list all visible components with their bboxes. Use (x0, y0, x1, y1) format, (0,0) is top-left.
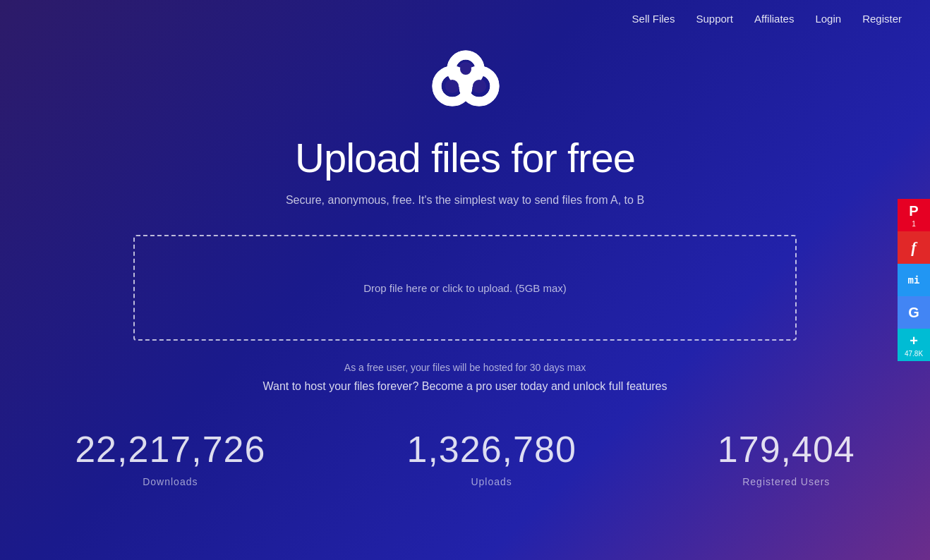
main-content: Upload files for free Secure, anonymous,… (0, 0, 930, 487)
nav-support[interactable]: Support (696, 13, 733, 25)
stats-section: 22,217,726 Downloads 1,326,780 Uploads 1… (75, 428, 855, 487)
page-subtitle: Secure, anonymous, free. It's the simple… (286, 194, 644, 207)
share-count: 47.8K (905, 350, 923, 358)
social-sidebar: P 1 f mi G + 47.8K (898, 199, 930, 361)
mightytext-icon: mi (908, 274, 920, 286)
stat-uploads: 1,326,780 Uploads (406, 428, 576, 487)
flipboard-button[interactable]: f (898, 231, 930, 264)
promo-text: Want to host your files forever? Become … (262, 380, 667, 393)
logo-svg (423, 42, 507, 120)
pinterest-icon: P (909, 203, 918, 219)
svg-point-11 (460, 63, 471, 75)
stat-downloads: 22,217,726 Downloads (75, 428, 265, 487)
upload-area-text: Drop file here or click to upload. (5GB … (363, 282, 567, 294)
flipboard-icon: f (911, 238, 916, 257)
downloads-number: 22,217,726 (75, 428, 265, 470)
registered-users-label: Registered Users (742, 476, 830, 487)
google-icon: G (908, 305, 919, 321)
stat-registered-users: 179,404 Registered Users (718, 428, 855, 487)
pinterest-count: 1 (912, 220, 916, 228)
upload-dropzone[interactable]: Drop file here or click to upload. (5GB … (133, 235, 797, 341)
downloads-label: Downloads (143, 476, 198, 487)
hosting-info-text: As a free user, your files will be hoste… (344, 362, 586, 373)
nav-register[interactable]: Register (862, 13, 902, 25)
uploads-number: 1,326,780 (406, 428, 576, 470)
nav-sell-files[interactable]: Sell Files (632, 13, 675, 25)
logo (423, 42, 507, 120)
share-plus-icon: + (910, 333, 918, 349)
nav-login[interactable]: Login (815, 13, 841, 25)
share-button[interactable]: + 47.8K (898, 329, 930, 361)
svg-point-9 (446, 80, 459, 92)
page-title: Upload files for free (295, 134, 635, 181)
nav-affiliates[interactable]: Affiliates (754, 13, 794, 25)
mightytext-button[interactable]: mi (898, 264, 930, 296)
svg-point-10 (473, 80, 485, 92)
uploads-label: Uploads (471, 476, 512, 487)
google-button[interactable]: G (898, 296, 930, 329)
nav: Sell Files Support Affiliates Login Regi… (604, 0, 930, 37)
registered-users-number: 179,404 (718, 428, 855, 470)
pinterest-button[interactable]: P 1 (898, 199, 930, 231)
